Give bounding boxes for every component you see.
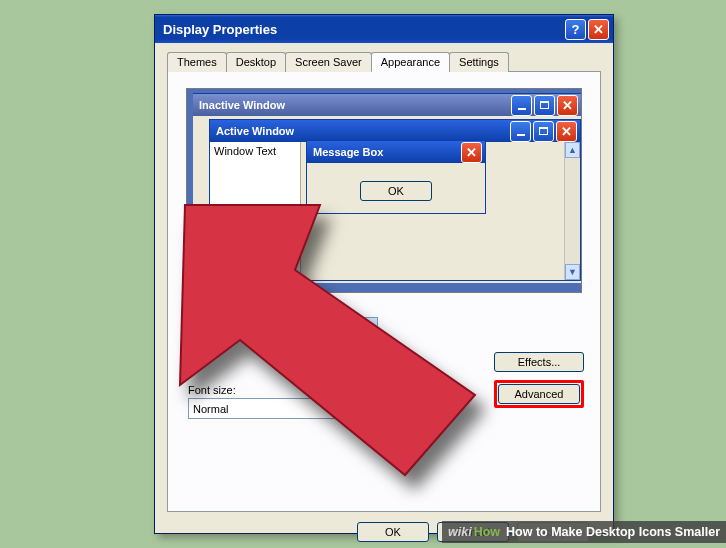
font-size-select[interactable]: Normal ▼: [188, 398, 378, 419]
scheme-select[interactable]: Window ▼: [188, 317, 378, 338]
message-box-ok-button: OK: [360, 181, 432, 201]
maximize-icon: [534, 95, 555, 116]
preview-window-text: Window Text: [210, 142, 300, 280]
message-box-title: Message Box: [313, 146, 459, 158]
tab-themes[interactable]: Themes: [167, 52, 227, 72]
close-icon: ✕: [461, 142, 482, 163]
preview-active-window: Active Window ✕ Window Text Message Box …: [209, 119, 581, 281]
tab-desktop[interactable]: Desktop: [226, 52, 286, 72]
inactive-window-title: Inactive Window: [199, 99, 509, 111]
chevron-down-icon: ▼: [360, 318, 377, 337]
minimize-icon: [511, 95, 532, 116]
dialog-body: Themes Desktop Screen Saver Appearance S…: [155, 43, 613, 548]
appearance-panel: Inactive Window ✕ Active Window ✕ Wind: [167, 72, 601, 512]
scheme-label: W: [188, 303, 580, 315]
font-size-value: Normal: [193, 403, 360, 415]
display-properties-dialog: Display Properties ? ✕ Themes Desktop Sc…: [154, 14, 614, 534]
preview-message-box: Message Box ✕ OK: [306, 140, 486, 214]
close-button[interactable]: ✕: [588, 19, 609, 40]
window-title: Display Properties: [163, 22, 563, 37]
tab-screen-saver[interactable]: Screen Saver: [285, 52, 372, 72]
theme-preview: Inactive Window ✕ Active Window ✕ Wind: [186, 88, 582, 293]
tab-appearance[interactable]: Appearance: [371, 52, 450, 72]
titlebar[interactable]: Display Properties ? ✕: [155, 15, 613, 43]
preview-right-pane: Message Box ✕ OK ▲ ▼: [300, 142, 580, 280]
chevron-down-icon: ▼: [360, 399, 377, 418]
maximize-icon: [533, 121, 554, 142]
side-buttons: Effects... Advanced: [494, 352, 584, 408]
scheme-value: Window: [190, 321, 360, 335]
effects-button[interactable]: Effects...: [494, 352, 584, 372]
close-icon: ✕: [557, 95, 578, 116]
advanced-button[interactable]: Advanced: [498, 384, 580, 404]
tab-strip: Themes Desktop Screen Saver Appearance S…: [167, 51, 601, 72]
help-button[interactable]: ?: [565, 19, 586, 40]
minimize-icon: [510, 121, 531, 142]
scroll-down-icon: ▼: [565, 264, 580, 280]
caption-how: How: [474, 525, 500, 539]
caption-wiki: wiki: [448, 525, 472, 539]
caption-article: How to Make Desktop Icons Smaller: [506, 525, 720, 539]
tab-settings[interactable]: Settings: [449, 52, 509, 72]
active-window-title: Active Window: [216, 125, 508, 137]
wikihow-caption: wikiHow How to Make Desktop Icons Smalle…: [442, 521, 726, 543]
preview-scrollbar: ▲ ▼: [564, 142, 580, 280]
close-icon: ✕: [556, 121, 577, 142]
scroll-up-icon: ▲: [565, 142, 580, 158]
scheme-row: W Window ▼: [188, 303, 580, 338]
advanced-highlight: Advanced: [494, 380, 584, 408]
ok-button[interactable]: OK: [357, 522, 429, 542]
